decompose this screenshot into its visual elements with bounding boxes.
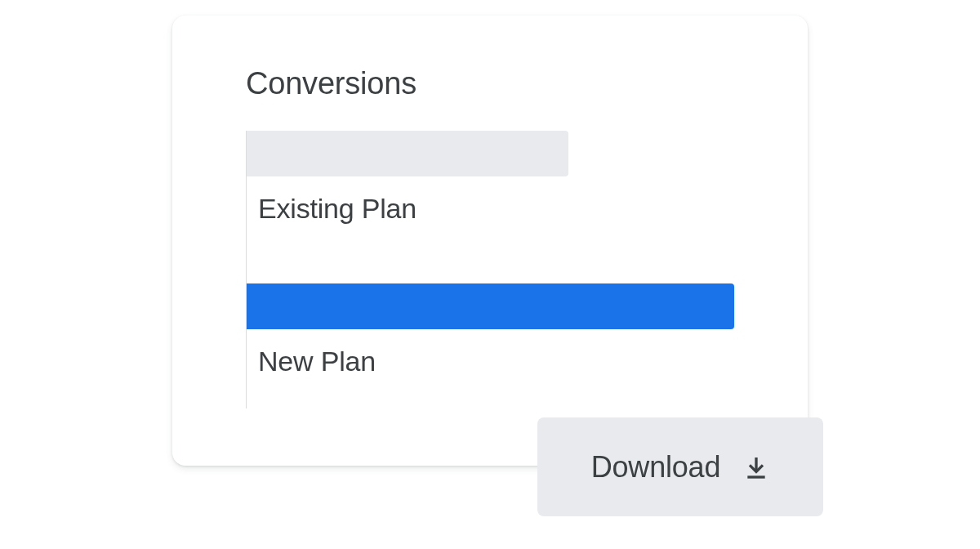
conversions-card: Conversions Existing Plan New Plan (172, 16, 808, 466)
download-icon (743, 454, 769, 480)
bar-new-plan (247, 283, 734, 329)
chart-gap (247, 243, 734, 283)
bar-group-existing: Existing Plan (247, 131, 734, 225)
download-label: Download (591, 450, 721, 484)
bar-chart: Existing Plan New Plan (246, 131, 734, 408)
bar-label-new: New Plan (258, 346, 734, 377)
bar-label-existing: Existing Plan (258, 193, 734, 225)
card-title: Conversions (246, 66, 734, 101)
download-button[interactable]: Download (537, 417, 823, 516)
bar-existing-plan (247, 131, 568, 176)
bar-group-new: New Plan (247, 283, 734, 377)
